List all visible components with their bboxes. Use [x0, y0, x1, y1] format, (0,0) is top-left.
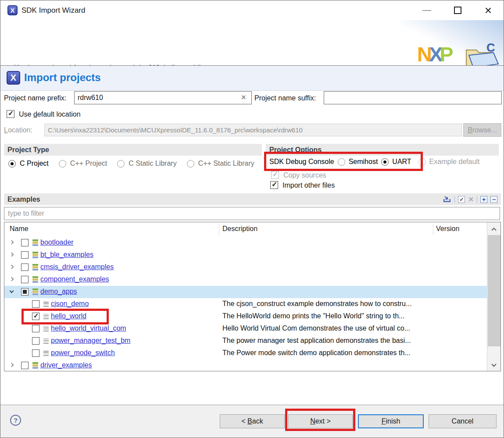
import-example-icon[interactable]	[443, 196, 451, 203]
radio-c-project[interactable]	[8, 160, 16, 167]
clear-prefix-icon[interactable]: ×	[241, 93, 246, 102]
checkbox-bt_ble_examples[interactable]	[21, 251, 29, 259]
button-bar: ? < Back Next > Finish Cancel	[0, 405, 504, 438]
category-icon	[32, 239, 38, 246]
checkbox-cjson_demo[interactable]	[32, 300, 39, 308]
suffix-input[interactable]	[324, 91, 502, 104]
window-title: SDK Import Wizard	[21, 6, 85, 15]
category-icon	[32, 276, 38, 283]
checkbox-driver_examples[interactable]	[21, 362, 29, 369]
column-separator[interactable]	[433, 224, 433, 235]
column-header-name[interactable]: Name	[10, 225, 29, 233]
scrollbar-thumb[interactable]	[488, 235, 500, 346]
minimize-button[interactable]	[415, 0, 439, 20]
app-x-logo-icon: X	[7, 5, 18, 15]
prefix-input[interactable]	[74, 91, 252, 104]
help-icon[interactable]: ?	[10, 415, 21, 426]
finish-button[interactable]: Finish	[358, 414, 424, 428]
tree-row-cjson_demo[interactable]: cjson_demoThe cjson_construct example de…	[4, 298, 487, 310]
checkbox-component_examples[interactable]	[21, 276, 29, 283]
radio-cpp-project[interactable]	[59, 160, 66, 167]
category-icon	[32, 264, 38, 271]
collapse-node-icon[interactable]	[10, 289, 14, 293]
radio-cpp-static-library[interactable]	[187, 160, 194, 167]
example-name-link[interactable]: power_manager_test_bm	[51, 337, 130, 345]
expand-node-icon[interactable]	[10, 363, 14, 367]
examples-title: Examples	[7, 196, 40, 203]
example-icon	[43, 351, 49, 356]
expand-node-icon[interactable]	[10, 253, 14, 257]
tree-row-driver_examples[interactable]: driver_examples	[4, 360, 487, 372]
use-default-location-checkbox[interactable]	[7, 110, 14, 118]
examples-toolbar: ✓ ✕ + −	[443, 193, 497, 205]
expand-all-icon[interactable]: +	[480, 196, 487, 203]
expand-node-icon[interactable]	[10, 277, 14, 281]
wizard-banner: NXP C You have selected 1 project to imp…	[0, 20, 504, 65]
checkbox-bootloader[interactable]	[21, 239, 29, 246]
vertical-scrollbar[interactable]	[487, 222, 500, 371]
checkbox-power_manager_test_bm[interactable]	[32, 337, 39, 345]
category-icon	[32, 252, 38, 258]
expand-node-icon[interactable]	[10, 265, 14, 269]
tree-row-hello_world_virtual_com[interactable]: hello_world_virtual_comHello World Virtu…	[4, 323, 487, 335]
example-name-link[interactable]: bt_ble_examples	[40, 251, 93, 259]
radio-uart-label: UART	[392, 158, 411, 166]
sdk-import-wizard-window: X SDK Import Wizard × NXP C You have sel…	[0, 0, 504, 438]
next-button[interactable]: Next >	[288, 414, 353, 428]
close-button[interactable]: ×	[476, 0, 500, 20]
column-header-version[interactable]: Version	[436, 225, 459, 233]
example-icon	[43, 314, 49, 319]
deselect-all-icon[interactable]: ✕	[468, 196, 474, 203]
radio-example-default-label: Example default	[429, 158, 480, 166]
example-description: The power manager test application demon…	[222, 337, 411, 345]
collapse-all-icon[interactable]: −	[490, 196, 497, 203]
checkbox-demo_apps[interactable]	[21, 288, 29, 296]
tree-row-hello_world[interactable]: hello_worldThe HelloWorld demo prints th…	[4, 310, 487, 323]
next-button-label: Next >	[310, 417, 331, 425]
nxp-logo: NXP	[417, 42, 452, 66]
select-all-icon[interactable]: ✓	[458, 196, 465, 203]
tree-row-power_manager_test_bm[interactable]: power_manager_test_bmThe power manager t…	[4, 335, 487, 347]
checkbox-power_mode_switch[interactable]	[32, 349, 39, 357]
examples-header: Examples ✓ ✕ + −	[4, 193, 501, 205]
tree-row-bt_ble_examples[interactable]: bt_ble_examples	[4, 249, 487, 261]
tree-row-bootloader[interactable]: bootloader	[4, 237, 487, 249]
cancel-button[interactable]: Cancel	[429, 414, 497, 428]
scroll-up-icon[interactable]	[487, 224, 500, 234]
scroll-down-icon[interactable]	[487, 359, 500, 370]
column-separator[interactable]	[219, 224, 219, 235]
radio-c-static-library-label: C Static Library	[129, 160, 176, 167]
tree-row-component_examples[interactable]: component_examples	[4, 274, 487, 286]
checkbox-hello_world_virtual_com[interactable]	[32, 325, 39, 332]
example-name-link[interactable]: hello_world_virtual_com	[51, 324, 126, 332]
example-name-link[interactable]: cmsis_driver_examples	[40, 263, 114, 271]
checkbox-cmsis_driver_examples[interactable]	[21, 264, 29, 271]
example-name-link[interactable]: hello_world	[51, 312, 86, 320]
expand-node-icon[interactable]	[10, 240, 14, 245]
radio-example-default	[418, 158, 426, 166]
tree-row-cmsis_driver_examples[interactable]: cmsis_driver_examples	[4, 261, 487, 274]
maximize-button[interactable]	[445, 0, 470, 20]
svg-text:C: C	[486, 42, 495, 54]
radio-cpp-static-library-label: C++ Static Library	[198, 160, 254, 167]
column-header-description[interactable]: Description	[222, 225, 257, 233]
example-name-link[interactable]: cjson_demo	[51, 300, 89, 308]
radio-semihost[interactable]	[338, 158, 345, 166]
sdk-debug-console-label: SDK Debug Console	[269, 158, 334, 166]
checkbox-hello_world[interactable]	[32, 313, 39, 320]
project-type-header: Project Type	[4, 144, 262, 156]
filter-input[interactable]	[4, 207, 500, 220]
table-header: Name Description Version	[4, 222, 500, 237]
radio-uart[interactable]	[381, 158, 389, 166]
project-type-options: C Project C++ Project C Static Library C…	[8, 160, 254, 167]
tree-row-power_mode_switch[interactable]: power_mode_switchThe Power mode switch d…	[4, 347, 487, 360]
example-name-link[interactable]: component_examples	[40, 275, 109, 283]
example-name-link[interactable]: demo_apps	[40, 288, 77, 296]
radio-c-static-library[interactable]	[117, 160, 125, 167]
back-button[interactable]: < Back	[220, 414, 285, 428]
example-name-link[interactable]: driver_examples	[40, 361, 92, 369]
tree-row-demo_apps[interactable]: demo_apps	[4, 286, 487, 298]
example-name-link[interactable]: bootloader	[40, 239, 74, 246]
example-name-link[interactable]: power_mode_switch	[51, 349, 115, 357]
import-other-files-checkbox[interactable]	[270, 181, 278, 189]
